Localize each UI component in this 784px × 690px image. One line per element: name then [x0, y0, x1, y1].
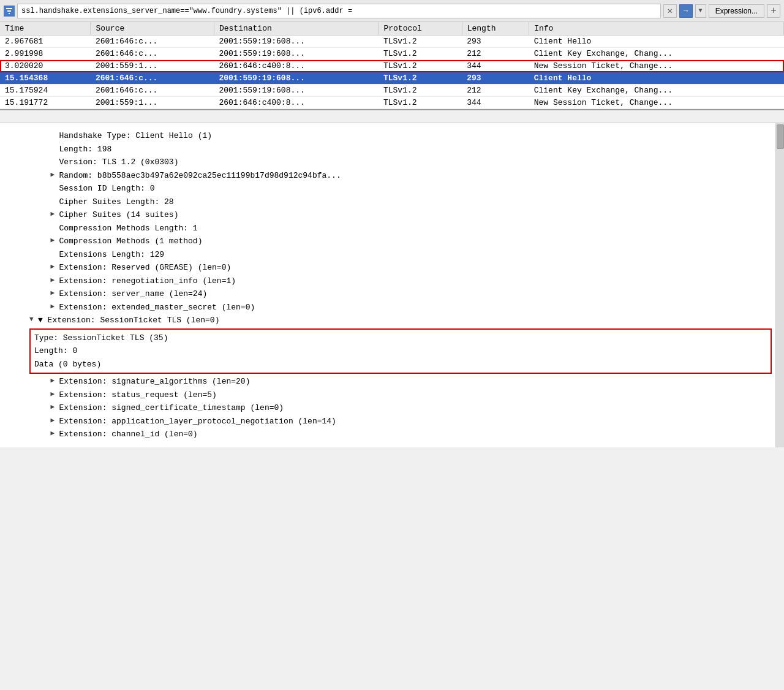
filter-dropdown-button[interactable]: ▼: [695, 4, 706, 18]
tree-arrow-icon[interactable]: ▶: [50, 275, 59, 286]
col-time: Time: [0, 22, 91, 36]
indent-space: [12, 275, 50, 287]
indent-space: [12, 415, 50, 428]
detail-line: ▶Cipher Suites (14 suites): [12, 208, 772, 222]
table-row[interactable]: 15.1759242601:646:c...2001:559:19:608...…: [0, 85, 784, 97]
packet-table-wrapper: Time Source Destination Protocol Length …: [0, 22, 784, 110]
tree-arrow-icon[interactable]: ▶: [50, 170, 59, 180]
indent-space: [12, 183, 50, 195]
cell-protocol: TLSv1.2: [379, 36, 462, 48]
detail-text: Extension: renegotiation_info (len=1): [59, 275, 772, 287]
detail-text: Extension: application_layer_protocol_ne…: [59, 415, 772, 428]
indent-space: [12, 389, 50, 401]
filter-apply-button[interactable]: →: [679, 4, 693, 18]
detail-line: ▶Extension: status_request (len=5): [12, 389, 772, 402]
tree-arrow-icon[interactable]: ▶: [50, 402, 59, 412]
tree-arrow-icon[interactable]: ▶: [50, 376, 59, 386]
cell-length: 293: [462, 72, 529, 85]
detail-text: Cipher Suites (14 suites): [59, 209, 772, 221]
indent-space: [12, 222, 50, 235]
detail-line: ▶Extension: signed_certificate_timestamp…: [12, 401, 772, 415]
detail-line: ▶Compression Methods (1 method): [12, 235, 772, 248]
indent-space: [12, 170, 50, 182]
cell-info: Client Hello: [529, 72, 784, 85]
cell-time: 3.020020: [0, 60, 91, 72]
tree-arrow-icon[interactable]: ▶: [50, 389, 59, 400]
cell-destination: 2601:646:c400:8...: [214, 60, 378, 72]
cell-time: 15.175924: [0, 85, 91, 97]
col-length: Length: [462, 22, 529, 36]
filter-close-button[interactable]: ✕: [663, 4, 677, 18]
detail-line: Cipher Suites Length: 28: [12, 195, 772, 209]
tree-arrow-icon: [50, 196, 59, 207]
packet-table: Time Source Destination Protocol Length …: [0, 22, 784, 109]
session-ticket-child-line: Length: 0: [34, 344, 767, 358]
filter-input[interactable]: [17, 4, 661, 18]
detail-text: Session ID Length: 0: [59, 183, 772, 195]
cell-time: 2.991998: [0, 48, 91, 60]
detail-lines-before: Handshake Type: Client Hello (1) Length:…: [12, 129, 772, 314]
session-ticket-header: ▼ Extension: SessionTicket TLS (len=0): [29, 314, 772, 327]
spacer: [0, 110, 784, 123]
tree-arrow-icon: [50, 156, 59, 167]
detail-text: Length: 198: [59, 143, 772, 156]
detail-text: Extension: server_name (len=24): [59, 288, 772, 300]
table-row[interactable]: 15.1917722001:559:1...2601:646:c400:8...…: [0, 97, 784, 109]
detail-text: Version: TLS 1.2 (0x0303): [59, 156, 772, 169]
detail-line: Extensions Length: 129: [12, 248, 772, 262]
indent-space: [12, 428, 50, 441]
session-ticket-child-line: Data (0 bytes): [34, 358, 767, 371]
add-filter-button[interactable]: +: [767, 4, 780, 18]
table-row[interactable]: 2.9676812601:646:c...2001:559:19:608...T…: [0, 36, 784, 48]
svg-rect-1: [7, 10, 11, 12]
cell-destination: 2001:559:19:608...: [214, 85, 378, 97]
tree-arrow-icon: [50, 143, 59, 154]
cell-length: 212: [462, 48, 529, 60]
tree-arrow-icon[interactable]: ▶: [50, 209, 59, 219]
cell-info: Client Key Exchange, Chang...: [529, 48, 784, 60]
indent-space: [12, 402, 50, 414]
tree-arrow-icon[interactable]: ▶: [50, 235, 59, 246]
detail-text: Extension: Reserved (GREASE) (len=0): [59, 262, 772, 274]
indent-space: [12, 301, 50, 314]
table-row[interactable]: 3.0200202001:559:1...2601:646:c400:8...T…: [0, 60, 784, 72]
detail-line: ▶Extension: channel_id (len=0): [12, 428, 772, 441]
tree-arrow-icon[interactable]: ▶: [50, 301, 59, 312]
filter-icon: [4, 6, 15, 17]
detail-line: ▶Extension: application_layer_protocol_n…: [12, 415, 772, 428]
col-destination: Destination: [214, 22, 378, 36]
indent-space: [12, 235, 50, 248]
tree-arrow-icon[interactable]: ▶: [50, 428, 59, 439]
tree-arrow-icon[interactable]: ▶: [50, 288, 59, 298]
detail-pane: Handshake Type: Client Hello (1) Length:…: [0, 123, 784, 447]
tree-arrow-icon: [50, 183, 59, 193]
indent-space: [12, 196, 50, 208]
expression-button[interactable]: Expression...: [709, 4, 764, 18]
cell-destination: 2001:559:19:608...: [214, 36, 378, 48]
table-row[interactable]: 2.9919982601:646:c...2001:559:19:608...T…: [0, 48, 784, 60]
cell-length: 212: [462, 85, 529, 97]
detail-text: Handshake Type: Client Hello (1): [59, 130, 772, 142]
detail-text: Extension: status_request (len=5): [59, 389, 772, 401]
cell-protocol: TLSv1.2: [379, 85, 462, 97]
cell-protocol: TLSv1.2: [379, 60, 462, 72]
tree-arrow-icon[interactable]: ▶: [50, 262, 59, 272]
session-ticket-children: Type: SessionTicket TLS (35) Length: 0 D…: [34, 332, 767, 371]
cell-info: New Session Ticket, Change...: [529, 97, 784, 109]
cell-destination: 2001:559:19:608...: [214, 72, 378, 85]
detail-line: Compression Methods Length: 1: [12, 222, 772, 235]
detail-line: ▶Extension: signature_algorithms (len=20…: [12, 375, 772, 389]
detail-text: Compression Methods (1 method): [59, 235, 772, 248]
detail-text: Extension: channel_id (len=0): [59, 428, 772, 441]
tree-arrow-icon[interactable]: ▶: [50, 415, 59, 426]
table-row[interactable]: 15.1543682601:646:c...2001:559:19:608...…: [0, 72, 784, 85]
cell-protocol: TLSv1.2: [379, 97, 462, 109]
tree-arrow-icon: [50, 130, 59, 140]
cell-time: 15.154368: [0, 72, 91, 85]
detail-line: ▶Random: b8b558aec3b497a62e092ca25ec1119…: [12, 169, 772, 183]
cell-time: 15.191772: [0, 97, 91, 109]
scrollbar-thumb[interactable]: [777, 124, 784, 149]
svg-rect-0: [6, 8, 12, 9]
scrollbar-track[interactable]: [775, 123, 784, 447]
cell-source: 2001:559:1...: [91, 97, 214, 109]
